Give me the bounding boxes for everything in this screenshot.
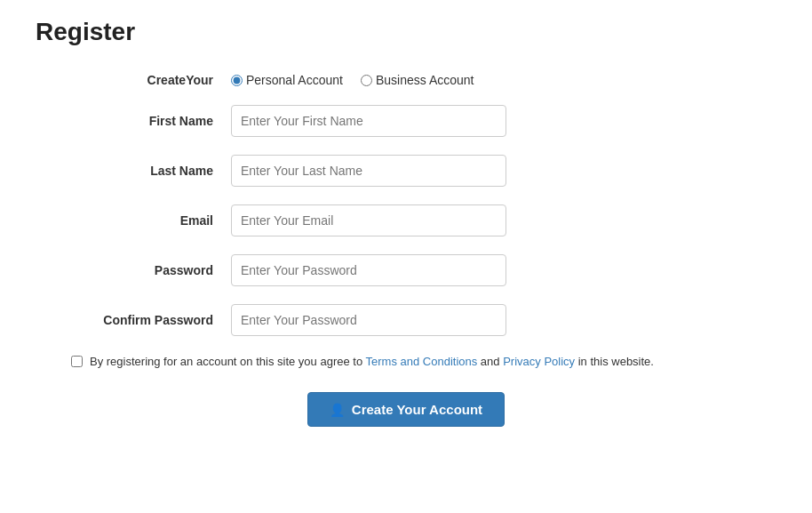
business-account-option[interactable]: Business Account bbox=[361, 73, 474, 87]
confirm-password-row: Confirm Password bbox=[36, 304, 776, 336]
last-name-input[interactable] bbox=[231, 155, 506, 187]
email-row: Email bbox=[36, 204, 776, 236]
personal-account-radio[interactable] bbox=[231, 75, 243, 86]
first-name-input[interactable] bbox=[231, 105, 506, 137]
first-name-label: First Name bbox=[36, 114, 231, 128]
personal-account-label: Personal Account bbox=[246, 73, 343, 87]
terms-text-middle: and bbox=[477, 355, 503, 368]
password-label: Password bbox=[36, 263, 231, 277]
confirm-password-input[interactable] bbox=[231, 304, 506, 336]
create-account-button[interactable]: 👤 Create Your Account bbox=[307, 392, 505, 427]
submit-row: 👤 Create Your Account bbox=[36, 392, 776, 427]
page-title: Register bbox=[36, 18, 776, 46]
email-input[interactable] bbox=[231, 204, 506, 236]
email-label: Email bbox=[36, 213, 231, 228]
password-row: Password bbox=[36, 254, 776, 286]
terms-text: By registering for an account on this si… bbox=[90, 354, 654, 370]
password-input[interactable] bbox=[231, 254, 506, 286]
last-name-row: Last Name bbox=[36, 155, 776, 187]
confirm-password-label: Confirm Password bbox=[36, 313, 231, 327]
account-type-group: Personal Account Business Account bbox=[231, 73, 474, 87]
register-form: CreateYour Personal Account Business Acc… bbox=[36, 73, 776, 427]
privacy-policy-link[interactable]: Privacy Policy bbox=[503, 355, 575, 368]
create-account-label: Create Your Account bbox=[352, 402, 482, 417]
create-your-label: CreateYour bbox=[36, 73, 231, 87]
terms-and-conditions-link[interactable]: Terms and Conditions bbox=[366, 355, 478, 368]
first-name-row: First Name bbox=[36, 105, 776, 137]
terms-text-after: in this website. bbox=[575, 355, 654, 368]
business-account-radio[interactable] bbox=[361, 75, 372, 86]
account-type-row: CreateYour Personal Account Business Acc… bbox=[36, 73, 776, 87]
terms-text-before: By registering for an account on this si… bbox=[90, 355, 366, 368]
last-name-label: Last Name bbox=[36, 164, 231, 178]
terms-checkbox[interactable] bbox=[71, 356, 83, 367]
user-icon: 👤 bbox=[330, 403, 345, 417]
business-account-label: Business Account bbox=[376, 73, 474, 87]
terms-row: By registering for an account on this si… bbox=[36, 354, 776, 370]
personal-account-option[interactable]: Personal Account bbox=[231, 73, 343, 87]
